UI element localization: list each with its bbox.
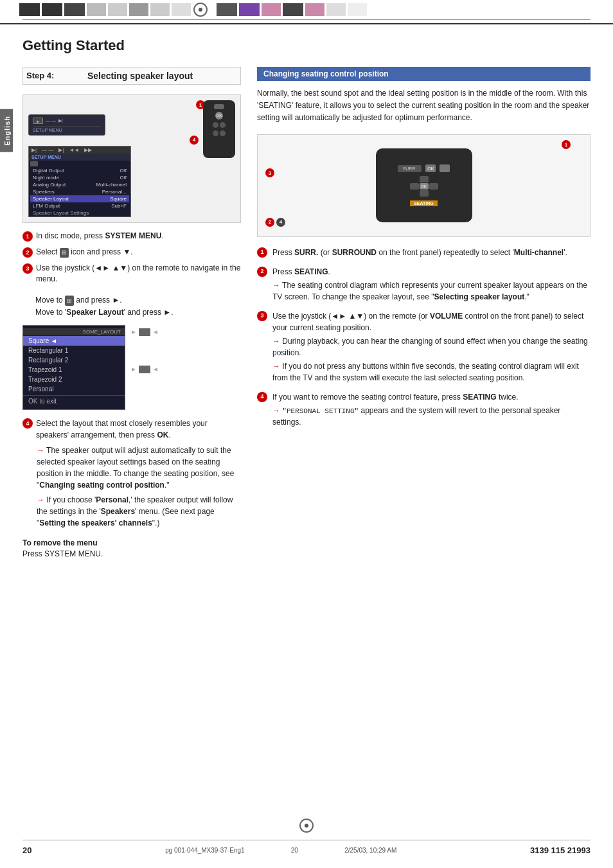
right-step-2-content: Press SEATING. → The seating control dia… xyxy=(272,266,591,303)
layout-square: Square ◄ xyxy=(23,336,125,346)
step4-main-text: Select the layout that most closely rese… xyxy=(36,418,241,441)
right-step-1: 1 Press SURR. (or SURROUND on the front … xyxy=(257,247,591,258)
layout-rect2: Rectangular 2 xyxy=(23,355,125,365)
step-3-text: Use the joystick (◄► ▲▼) on the remote t… xyxy=(36,263,241,285)
right-column: Changing seating control position Normal… xyxy=(257,67,591,558)
right-step-4: 4 If you want to remove the seating cont… xyxy=(257,391,591,429)
top-decorative-bars xyxy=(0,0,613,19)
step-number-label: Step 4: xyxy=(26,71,54,80)
compass-icon-left xyxy=(193,3,208,17)
section-header: Changing seating control position xyxy=(257,67,591,81)
seating-label-button: SEATING xyxy=(410,200,438,206)
right-step-num-4: 4 xyxy=(257,392,267,402)
layout-rect1: Rectangular 1 xyxy=(23,346,125,355)
left-column: Step 4: Selecting speaker layout 1 2 3 O… xyxy=(22,67,241,558)
right-step-1-text: Press SURR. (or SURROUND on the front pa… xyxy=(272,247,567,258)
footer-filename: pg 001-044_MX39-37-Eng1 xyxy=(165,847,244,854)
compass-icon-bottom xyxy=(299,819,314,833)
device-image-area: 1 2 3 OK xyxy=(22,94,241,223)
step-item-3: 3 Use the joystick (◄► ▲▼) on the remote… xyxy=(22,263,241,285)
right-intro-text: Normally, the best sound spot and the id… xyxy=(257,87,591,125)
step-item-1: 1 In disc mode, press SYSTEM MENU. xyxy=(22,231,241,242)
step-num-2: 2 xyxy=(22,247,33,258)
layout-arrows-area: ► ◄ ► ◄ xyxy=(130,325,159,373)
device-panel-top: ▶ — — ▶| SETUP MENU xyxy=(28,114,105,136)
step4-arrow-2: → If you choose 'Personal,' the speaker … xyxy=(37,494,241,529)
right-step-3: 3 Use the joystick (◄► ▲▼) on the remote… xyxy=(257,310,591,384)
step-title: Selecting speaker layout xyxy=(87,71,193,81)
page-title: Getting Started xyxy=(22,34,591,54)
seating-label-3: 3 xyxy=(265,167,274,178)
remote-cross: OK xyxy=(410,176,438,197)
circle-4: 4 xyxy=(190,136,199,145)
label-4-area: 4 xyxy=(190,134,199,145)
right-step-3-content: Use the joystick (◄► ▲▼) on the remote (… xyxy=(272,310,591,384)
footer-meta: pg 001-044_MX39-37-Eng1 20 2/25/03, 10:2… xyxy=(165,847,396,854)
step4-item: 4 Select the layout that most closely re… xyxy=(22,418,241,441)
move-2: Move to 'Speaker Layout' and press ►. xyxy=(35,306,241,319)
step-list: 1 In disc mode, press SYSTEM MENU. 2 Sel… xyxy=(22,231,241,285)
menu-screenshot: ▶|— —▶|◄◄▶▶ SETUP MENU Digital OutputOff… xyxy=(28,146,131,217)
layout-selector-mockup: SOME_LAYOUT Square ◄ Rectangular 1 Recta… xyxy=(22,325,125,410)
footer-code: 3139 115 21993 xyxy=(530,846,591,855)
step4-arrow-1: → The speaker output will adjust automat… xyxy=(37,445,241,491)
page-footer: 20 pg 001-044_MX39-37-Eng1 20 2/25/03, 1… xyxy=(22,840,591,855)
seating-diagram: 1 SURR. OK OK xyxy=(257,134,591,237)
right-step-num-3: 3 xyxy=(257,311,267,321)
to-remove-title: To remove the menu xyxy=(22,538,241,547)
right-step-3-sub2: → If you do not press any buttons within… xyxy=(272,360,591,384)
right-step-3-sub1: → During playback, you can hear the chan… xyxy=(272,335,591,359)
to-remove-section: To remove the menu Press SYSTEM MENU. xyxy=(22,538,241,558)
page-number: 20 xyxy=(22,846,31,855)
main-content-area: Getting Started Step 4: Selecting speake… xyxy=(0,23,613,571)
layout-trap2: Trapezoid 2 xyxy=(23,375,125,384)
right-step-num-1: 1 xyxy=(257,247,267,258)
step4-description: 4 Select the layout that most closely re… xyxy=(22,418,241,529)
right-step-2: 2 Press SEATING. → The seating control d… xyxy=(257,266,591,303)
layout-ok-exit: OK to exit xyxy=(23,395,125,407)
right-step-4-content: If you want to remove the seating contro… xyxy=(272,391,591,429)
remote-top-row: SURR. OK xyxy=(398,164,450,172)
step-header: Step 4: Selecting speaker layout xyxy=(22,67,241,85)
right-step-num-2: 2 xyxy=(257,267,267,277)
step-num-3: 3 xyxy=(22,263,33,274)
remote-mockup: OK xyxy=(203,100,235,158)
layout-trap1: Trapezoid 1 xyxy=(23,365,125,375)
english-tab: English xyxy=(0,109,13,152)
two-column-layout: Step 4: Selecting speaker layout 1 2 3 O… xyxy=(22,67,591,558)
move-1: Move to ⊞ and press ►. xyxy=(35,294,241,306)
seating-remote-body: SURR. OK OK SE xyxy=(376,148,472,222)
footer-datetime: 2/25/03, 10:29 AM xyxy=(344,847,396,854)
move-instructions: Move to ⊞ and press ►. Move to 'Speaker … xyxy=(35,294,241,319)
seating-label-1: 1 xyxy=(562,139,571,150)
right-step-4-sub: → "PERSONAL SETTING" appears and the sys… xyxy=(272,405,591,429)
step-1-text: In disc mode, press SYSTEM MENU. xyxy=(36,231,164,242)
step-2-text: Select ⊞ icon and press ▼. xyxy=(36,247,133,258)
footer-page: 20 xyxy=(291,847,298,854)
right-step-2-sub: → The seating control diagram which repr… xyxy=(272,279,591,303)
layout-personal: Personal xyxy=(23,384,125,394)
step-num-4: 4 xyxy=(22,418,33,429)
step-num-1: 1 xyxy=(22,231,33,242)
seating-label-234: 2 4 xyxy=(265,218,285,227)
step4-sub-text: → The speaker output will adjust automat… xyxy=(37,445,241,529)
right-steps-list: 1 Press SURR. (or SURROUND on the front … xyxy=(257,247,591,429)
step-item-2: 2 Select ⊞ icon and press ▼. xyxy=(22,247,241,258)
to-remove-text: Press SYSTEM MENU. xyxy=(22,549,241,558)
layout-selector-area: SOME_LAYOUT Square ◄ Rectangular 1 Recta… xyxy=(22,325,241,410)
